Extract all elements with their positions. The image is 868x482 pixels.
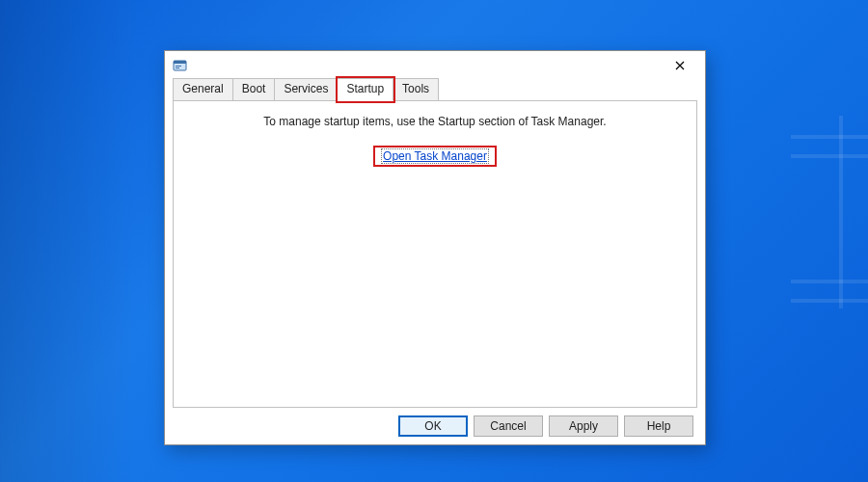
apply-button[interactable]: Apply [549,415,618,437]
tab-strip: General Boot Services Startup Tools [173,80,697,101]
startup-message: To manage startup items, use the Startup… [263,115,606,128]
dialog-button-row: OK Cancel Apply Help [173,408,697,437]
help-button[interactable]: Help [624,415,693,437]
startup-tab-page: To manage startup items, use the Startup… [173,101,697,408]
tab-startup[interactable]: Startup [338,78,393,101]
open-task-manager-link[interactable]: Open Task Manager [381,148,489,164]
desktop-shadow [0,0,135,482]
tab-general[interactable]: General [173,78,233,101]
close-button[interactable] [661,52,699,79]
app-icon [173,58,188,73]
desktop-background: General Boot Services Startup Tools To m… [0,0,868,482]
tab-services[interactable]: Services [275,78,338,101]
highlight-box: Open Task Manager [373,146,497,167]
svg-rect-1 [174,61,186,64]
cancel-button[interactable]: Cancel [474,415,543,437]
msconfig-window: General Boot Services Startup Tools To m… [164,50,706,445]
tab-tools[interactable]: Tools [393,78,439,101]
titlebar[interactable] [165,51,705,80]
svg-rect-3 [176,67,179,68]
ok-button[interactable]: OK [398,415,468,437]
tab-boot[interactable]: Boot [233,78,276,101]
svg-rect-2 [176,66,181,67]
